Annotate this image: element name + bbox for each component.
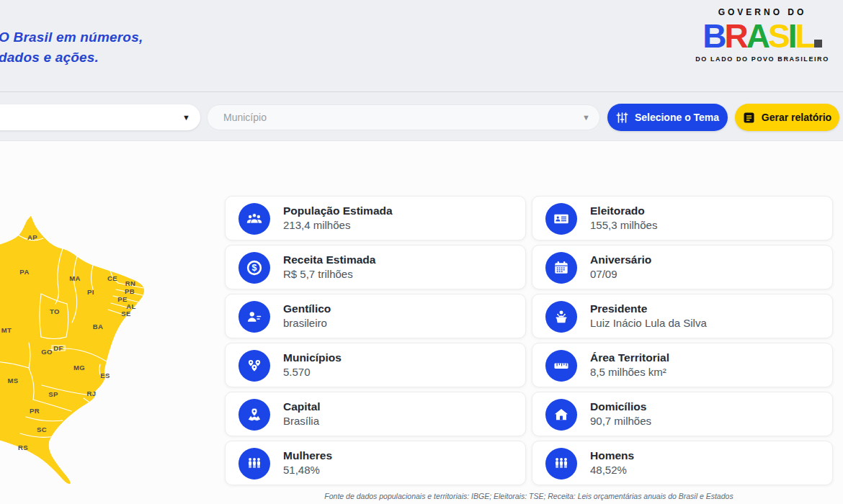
state-label-se: SE — [121, 310, 130, 318]
state-label-rj: RJ — [87, 390, 97, 397]
logo-brasil-wordmark: BRASIL — [690, 19, 834, 53]
state-label-sc: SC — [37, 426, 47, 433]
house-icon — [545, 399, 577, 431]
people-standing-icon — [238, 448, 270, 480]
card-title: População Estimada — [283, 204, 393, 218]
stat-card-municipios: Municípios 5.570 — [225, 343, 526, 387]
person-info-icon — [238, 301, 270, 333]
card-title: Presidente — [590, 302, 707, 316]
card-title: Homens — [590, 449, 634, 463]
card-value: Brasília — [283, 414, 321, 428]
card-value: Luiz Inácio Lula da Silva — [590, 316, 707, 330]
state-label-rn: RN — [125, 279, 136, 287]
state-label-ce: CE — [107, 274, 117, 282]
card-title: Aniversário — [590, 253, 651, 267]
state-label-ms: MS — [7, 377, 18, 384]
stat-card-aniversario: Aniversário 07/09 — [532, 245, 833, 289]
card-title: Receita Estimada — [283, 253, 375, 267]
state-label-to: TO — [50, 307, 60, 315]
stat-card-receita-estimada: $ Receita Estimada R$ 5,7 trilhões — [225, 245, 526, 289]
hero-tagline-line2: dados e ações. — [0, 48, 143, 68]
ruler-icon — [545, 350, 577, 382]
municipality-placeholder: Município — [223, 112, 267, 123]
card-value: 213,4 milhões — [283, 218, 393, 233]
people-standing-icon — [545, 448, 577, 480]
state-label-pa: PA — [19, 268, 29, 276]
card-title: Domicílios — [590, 400, 651, 414]
card-title: Municípios — [283, 351, 342, 365]
governo-do-brasil-logo: GOVERNO DO BRASIL DO LADO DO POVO BRASIL… — [690, 7, 834, 63]
card-value: 48,52% — [590, 463, 634, 477]
sliders-icon — [616, 112, 628, 124]
select-theme-label: Selecione o Tema — [635, 112, 719, 123]
card-title: Capital — [283, 400, 321, 414]
state-label-ap: AP — [27, 233, 37, 241]
state-label-ma: MA — [69, 274, 81, 282]
data-source-footnote: Fonte de dados populacionais e territori… — [215, 492, 843, 500]
map-pin-icon — [238, 399, 270, 431]
svg-text:$: $ — [252, 263, 257, 273]
state-label-sp: SP — [48, 390, 58, 398]
main-content: APPAMACERNPBPEALSEPITOMTBAGODFMGESMSSPRJ… — [0, 141, 843, 504]
state-label-go: GO — [41, 348, 53, 356]
map-pins-icon — [238, 350, 270, 382]
hero-tagline-line1: O Brasil em números, — [0, 27, 143, 48]
card-title: Mulheres — [283, 449, 332, 463]
card-value: R$ 5,7 trilhões — [283, 267, 375, 282]
logo-bottom-text: DO LADO DO POVO BRASILEIRO — [690, 55, 834, 63]
chevron-down-icon: ▼ — [582, 113, 590, 122]
stats-column-left: População Estimada 213,4 milhões $ Recei… — [225, 196, 526, 485]
card-title: Gentílico — [283, 302, 331, 316]
stat-card-eleitorado: Eleitorado 155,3 milhões — [532, 196, 833, 240]
generate-report-button[interactable]: Gerar relatório — [735, 104, 839, 131]
chevron-down-icon: ▼ — [182, 113, 190, 122]
stat-card-populacao-estimada: População Estimada 213,4 milhões — [225, 196, 526, 240]
state-label-pr: PR — [30, 407, 40, 415]
state-label-pb: PB — [125, 287, 135, 295]
logo-dark-square — [814, 40, 822, 48]
card-title: Eleitorado — [590, 204, 657, 218]
stat-card-presidente: Presidente Luiz Inácio Lula da Silva — [532, 294, 833, 338]
card-value: 07/09 — [590, 267, 651, 282]
people-group-icon — [238, 203, 270, 235]
document-icon — [743, 112, 755, 124]
stats-column-right: Eleitorado 155,3 milhões — [532, 196, 833, 485]
state-label-rs: RS — [18, 444, 28, 451]
state-label-es: ES — [100, 372, 110, 379]
filter-bar: ▼ Município ▼ Selecione o Tema — [0, 92, 843, 141]
state-label-ba: BA — [93, 323, 104, 330]
card-value: 155,3 milhões — [590, 218, 657, 233]
select-theme-button[interactable]: Selecione o Tema — [607, 104, 728, 131]
stat-card-gentilico: Gentílico brasileiro — [225, 294, 526, 338]
podium-icon — [545, 301, 577, 333]
stat-card-area-territorial: Área Territorial 8,5 milhões km² — [532, 343, 833, 387]
id-card-icon — [545, 203, 577, 235]
hero-tagline: O Brasil em números, dados e ações. — [0, 27, 143, 68]
dollar-circle-icon: $ — [238, 252, 270, 284]
state-label-pi: PI — [87, 288, 94, 296]
page: O Brasil em números, dados e ações. GOVE… — [0, 0, 843, 504]
state-label-df: DF — [53, 344, 63, 352]
state-select[interactable]: ▼ — [0, 104, 200, 130]
stat-card-mulheres: Mulheres 51,48% — [225, 441, 526, 485]
brazil-map[interactable]: APPAMACERNPBPEALSEPITOMTBAGODFMGESMSSPRJ… — [0, 209, 151, 490]
state-label-mt: MT — [1, 326, 12, 334]
stat-card-domicilios: Domicílios 90,7 milhões — [532, 392, 833, 436]
hero-section: O Brasil em números, dados e ações. GOVE… — [0, 0, 843, 91]
logo-top-text: GOVERNO DO — [690, 7, 834, 17]
card-value: 8,5 milhões km² — [590, 365, 669, 379]
calendar-icon — [545, 252, 577, 284]
municipality-select[interactable]: Município ▼ — [207, 104, 600, 130]
card-value: brasileiro — [283, 316, 331, 330]
card-value: 90,7 milhões — [590, 414, 651, 428]
generate-report-label: Gerar relatório — [762, 112, 831, 123]
card-title: Área Territorial — [590, 351, 669, 365]
stat-card-homens: Homens 48,52% — [532, 441, 833, 485]
card-value: 51,48% — [283, 463, 332, 477]
stat-card-capital: Capital Brasília — [225, 392, 526, 436]
state-label-mg: MG — [73, 364, 85, 372]
card-value: 5.570 — [283, 365, 342, 379]
